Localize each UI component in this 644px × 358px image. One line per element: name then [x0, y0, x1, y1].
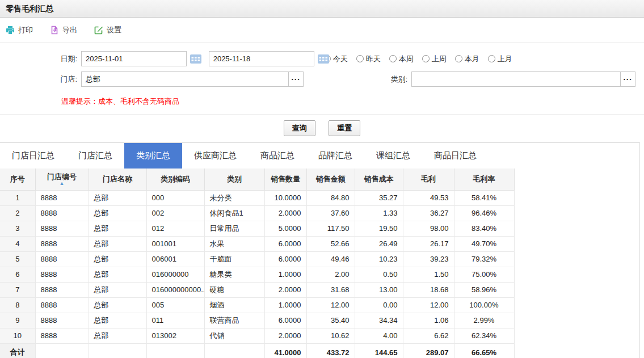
- ellipsis-icon: ···: [624, 75, 633, 83]
- print-label: 打印: [18, 25, 33, 35]
- table-cell: 8888: [35, 297, 89, 313]
- table-cell: 8888: [35, 282, 89, 297]
- printer-icon: [6, 26, 15, 35]
- action-row: 查询 重置: [0, 114, 644, 142]
- table-cell: 2.99%: [454, 313, 514, 328]
- table-cell: 烟酒: [204, 297, 264, 313]
- table-cell: 6.0000: [264, 251, 306, 267]
- column-header[interactable]: 毛利率: [454, 169, 514, 190]
- radio-icon: [422, 55, 430, 62]
- column-header[interactable]: 类别编码: [146, 169, 204, 190]
- table-cell: 6.0000: [264, 313, 306, 328]
- table-cell: 49.46: [306, 251, 355, 267]
- calendar-icon[interactable]: [190, 54, 202, 64]
- table-cell: 83.40%: [454, 221, 514, 236]
- table-cell: 8888: [35, 313, 89, 328]
- column-header[interactable]: 销售成本: [355, 169, 403, 190]
- date-from-input[interactable]: [82, 52, 190, 66]
- table-cell: 0.00: [355, 297, 403, 313]
- category-picker-button[interactable]: ···: [620, 71, 635, 87]
- column-header[interactable]: 类别: [204, 169, 264, 190]
- query-button[interactable]: 查询: [284, 120, 315, 136]
- column-header[interactable]: 销售金额: [306, 169, 355, 190]
- total-row: 合计41.0000433.72144.65289.0766.65%: [0, 343, 514, 358]
- table-cell: 19.50: [355, 221, 403, 236]
- table-cell: 001001: [146, 236, 204, 251]
- table-cell: 2.0000: [264, 205, 306, 221]
- radio-this-month[interactable]: 本月: [455, 54, 479, 64]
- radio-icon: [356, 55, 364, 62]
- column-header[interactable]: 销售数量: [264, 169, 306, 190]
- table-cell: 未分类: [204, 190, 264, 205]
- table-row[interactable]: 58888总部006001干脆面6.000049.4610.2339.2379.…: [0, 251, 514, 267]
- tab-2-active[interactable]: 类别汇总: [124, 143, 182, 169]
- table-row[interactable]: 88888总部005烟酒1.000012.000.0012.00100.00%: [0, 297, 514, 313]
- filter-panel: 日期: -- 今天 昨天 本周 上周 本月 上月 门店: ··· 类: [0, 43, 644, 107]
- row-index-cell: 1: [0, 190, 35, 205]
- column-header[interactable]: 门店名称: [89, 169, 146, 190]
- table-cell: 总部: [89, 236, 146, 251]
- tab-4[interactable]: 商品汇总: [249, 143, 306, 169]
- table-cell: 39.23: [403, 251, 454, 267]
- column-header[interactable]: 门店编号▲: [35, 169, 89, 190]
- table-cell: 1.50: [403, 267, 454, 282]
- radio-last-month[interactable]: 上月: [488, 54, 512, 64]
- tab-1[interactable]: 门店汇总: [66, 143, 124, 169]
- radio-last-week[interactable]: 上周: [422, 54, 447, 64]
- reset-button[interactable]: 重置: [329, 120, 360, 136]
- page-title: 零售毛利汇总: [0, 0, 644, 18]
- table-cell: 35.40: [306, 313, 355, 328]
- table-row[interactable]: 18888总部000未分类10.000084.8035.2749.5358.41…: [0, 190, 514, 205]
- store-picker-button[interactable]: ···: [288, 71, 304, 87]
- tab-5[interactable]: 品牌汇总: [306, 143, 364, 169]
- table-cell: 005: [146, 297, 204, 313]
- table-cell: 干脆面: [204, 251, 264, 267]
- radio-this-week[interactable]: 本周: [389, 54, 414, 64]
- tab-3[interactable]: 供应商汇总: [182, 143, 249, 169]
- table-cell: 79.32%: [454, 251, 514, 267]
- store-input[interactable]: [82, 72, 288, 86]
- calendar-icon[interactable]: [317, 54, 330, 64]
- table-cell: 硬糖: [204, 282, 264, 297]
- category-label: 类别:: [335, 74, 407, 85]
- ellipsis-icon: ···: [292, 75, 301, 83]
- table-row[interactable]: 28888总部002休闲食品12.000037.601.3336.2796.46…: [0, 205, 514, 221]
- total-empty-cell: [89, 343, 146, 358]
- total-label-cell: 合计: [0, 343, 35, 358]
- table-row[interactable]: 108888总部013002代销2.000010.624.006.6262.34…: [0, 328, 514, 343]
- total-value-cell: 144.65: [355, 343, 403, 358]
- table-cell: 6.62: [403, 328, 454, 343]
- total-value-cell: 433.72: [306, 343, 355, 358]
- date-label: 日期:: [0, 54, 77, 64]
- radio-icon: [455, 55, 462, 62]
- table-row[interactable]: 48888总部001001水果6.000052.6626.4926.1749.7…: [0, 236, 514, 251]
- print-button[interactable]: 打印: [6, 25, 33, 35]
- date-to-input[interactable]: [209, 52, 317, 66]
- table-cell: 49.70%: [454, 236, 514, 251]
- column-header[interactable]: 毛利: [403, 169, 454, 190]
- table-row[interactable]: 78888总部016000000000...硬糖2.000031.6813.00…: [0, 282, 514, 297]
- category-input[interactable]: [412, 72, 620, 86]
- settings-button[interactable]: 设置: [94, 25, 121, 35]
- row-index-cell: 6: [0, 267, 35, 282]
- content-region: 门店日汇总门店汇总类别汇总供应商汇总商品汇总品牌汇总课组汇总商品日汇总 序号门店…: [0, 142, 640, 358]
- total-value-cell: 66.65%: [454, 343, 514, 358]
- table-cell: 10.0000: [264, 190, 306, 205]
- table-cell: 总部: [89, 190, 146, 205]
- table-cell: 013002: [146, 328, 204, 343]
- column-header[interactable]: 序号: [0, 169, 35, 190]
- tab-0[interactable]: 门店日汇总: [0, 143, 66, 169]
- table-cell: 1.33: [355, 205, 403, 221]
- export-button[interactable]: 导出: [50, 25, 77, 35]
- table-cell: 总部: [89, 267, 146, 282]
- tab-6[interactable]: 课组汇总: [364, 143, 422, 169]
- table-cell: 总部: [89, 205, 146, 221]
- table-row[interactable]: 38888总部012日常用品5.0000117.5019.5098.0083.4…: [0, 221, 514, 236]
- row-index-cell: 8: [0, 297, 35, 313]
- table-cell: 18.68: [403, 282, 454, 297]
- table-cell: 8888: [35, 251, 89, 267]
- radio-yesterday[interactable]: 昨天: [356, 54, 381, 64]
- table-row[interactable]: 68888总部016000000糖果类1.00002.000.501.5075.…: [0, 267, 514, 282]
- table-row[interactable]: 98888总部011联营商品6.000035.4034.341.062.99%: [0, 313, 514, 328]
- tab-7[interactable]: 商品日汇总: [422, 143, 489, 169]
